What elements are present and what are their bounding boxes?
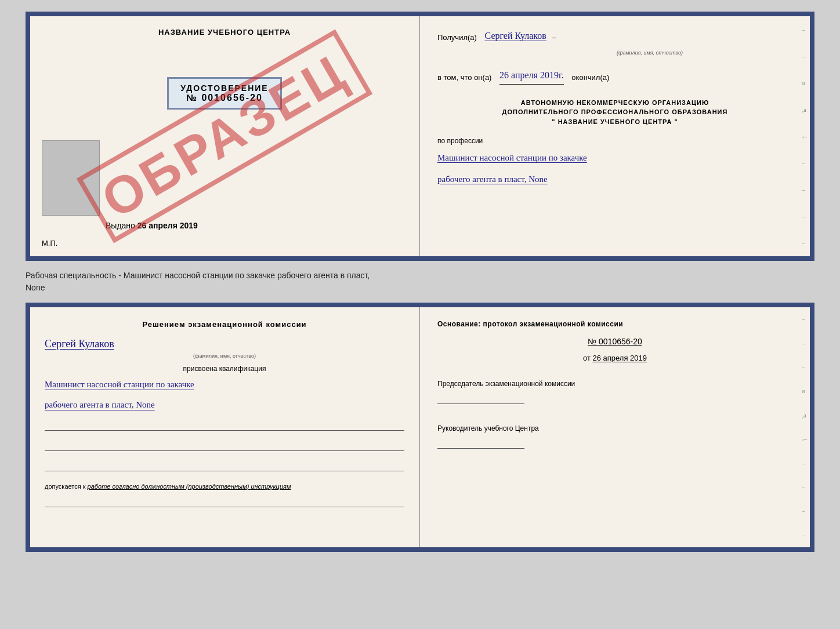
vydano-line: Выдано 26 апреля 2019 xyxy=(106,221,198,230)
bottom-profession1: Машинист насосной станции по закачке xyxy=(45,376,404,393)
dopuskaetsya-value: работе согласно должностным (производств… xyxy=(88,483,291,490)
mp-line: М.П. xyxy=(42,239,57,248)
udostoverenie-block: УДОСТОВЕРЕНИЕ № 0010656-20 xyxy=(167,77,281,110)
bottom-name: Сергей Кулаков xyxy=(45,338,404,350)
desc-line2: None xyxy=(26,282,814,294)
top-cert-title: НАЗВАНИЕ УЧЕБНОГО ЦЕНТРА xyxy=(158,28,291,37)
top-certificate: НАЗВАНИЕ УЧЕБНОГО ЦЕНТРА ОБРАЗЕЦ УДОСТОВ… xyxy=(26,12,814,261)
poluchil-value: Сергей Кулаков xyxy=(485,28,546,45)
predsedatel-sig-line xyxy=(437,392,524,404)
profession-line2-top: рабочего агента в пласт, None xyxy=(437,171,792,188)
right-dashes-bottom: –––и,а‹– –––– xyxy=(802,307,807,547)
org-line1: АВТОНОМНУЮ НЕКОММЕРЧЕСКУЮ ОРГАНИЗАЦИЮ ДО… xyxy=(437,98,792,127)
blank-line2 xyxy=(45,439,404,451)
top-cert-left: НАЗВАНИЕ УЧЕБНОГО ЦЕНТРА ОБРАЗЕЦ УДОСТОВ… xyxy=(30,16,420,256)
protocol-number: № 0010656-20 xyxy=(437,337,792,346)
blank-line4 xyxy=(45,496,404,507)
poluchil-label: Получил(а) xyxy=(437,31,477,44)
po-professii: по профессии xyxy=(437,137,792,145)
okonchil-label: окончил(а) xyxy=(571,71,609,84)
rukovoditel-label: Руководитель учебного Центра xyxy=(437,423,792,434)
photo-placeholder xyxy=(42,140,100,216)
vydano-label: Выдано xyxy=(106,221,135,230)
predsedatel-label: Председатель экзаменационной комиссии xyxy=(437,379,792,390)
desc-line1: Рабочая специальность - Машинист насосно… xyxy=(26,270,814,282)
dopuskaetsya-label: допускается к xyxy=(45,483,86,490)
vtom-date: 26 апреля 2019г. xyxy=(499,67,564,85)
bottom-profession2: рабочего агента в пласт, None xyxy=(45,396,404,413)
fio-note-top: (фамилия, имя, отчество) xyxy=(617,50,683,56)
top-cert-right: Получил(а) Сергей Кулаков – (фамилия, им… xyxy=(420,16,810,256)
poluchil-row: Получил(а) Сергей Кулаков – xyxy=(437,28,792,45)
komissia-title: Решением экзаменационной комиссии xyxy=(45,319,404,330)
rukovoditel-block: Руководитель учебного Центра xyxy=(437,423,792,452)
dopuskaetsya-block: допускается к работе согласно должностны… xyxy=(45,483,404,490)
vydano-date: 26 апреля 2019 xyxy=(137,221,198,230)
osnov-text: Основание: протокол экзаменационной коми… xyxy=(437,319,792,329)
page-wrapper: НАЗВАНИЕ УЧЕБНОГО ЦЕНТРА ОБРАЗЕЦ УДОСТОВ… xyxy=(0,0,840,629)
protocol-date: от 26 апреля 2019 xyxy=(437,354,792,362)
watermark-obrazec: ОБРАЗЕЦ xyxy=(77,29,372,243)
bottom-cert-left: Решением экзаменационной комиссии Сергей… xyxy=(30,307,420,547)
vtom-label: в том, что он(а) xyxy=(437,71,491,84)
protocol-ot: от xyxy=(583,354,591,362)
description-text: Рабочая специальность - Машинист насосно… xyxy=(26,267,814,297)
bottom-certificate: Решением экзаменационной комиссии Сергей… xyxy=(26,303,814,552)
protocol-date-value: 26 апреля 2019 xyxy=(593,354,647,362)
rukovoditel-sig-line xyxy=(437,437,524,449)
ud-number: № 0010656-20 xyxy=(180,93,268,103)
profession-line1-top: Машинист насосной станции по закачке xyxy=(437,150,792,166)
right-dashes-top: ––и,а‹– –––– xyxy=(802,16,807,256)
blank-line1 xyxy=(45,419,404,431)
blank-line3 xyxy=(45,460,404,471)
bottom-fio-note: (фамилия, имя, отчество) xyxy=(45,353,404,359)
ud-title: УДОСТОВЕРЕНИЕ xyxy=(180,83,268,93)
prisvoyena-label: присвоена квалификация xyxy=(45,365,404,373)
bottom-cert-right: Основание: протокол экзаменационной коми… xyxy=(420,307,810,547)
predsedatel-block: Председатель экзаменационной комиссии xyxy=(437,379,792,407)
vtom-row: в том, что он(а) 26 апреля 2019г. окончи… xyxy=(437,67,792,85)
